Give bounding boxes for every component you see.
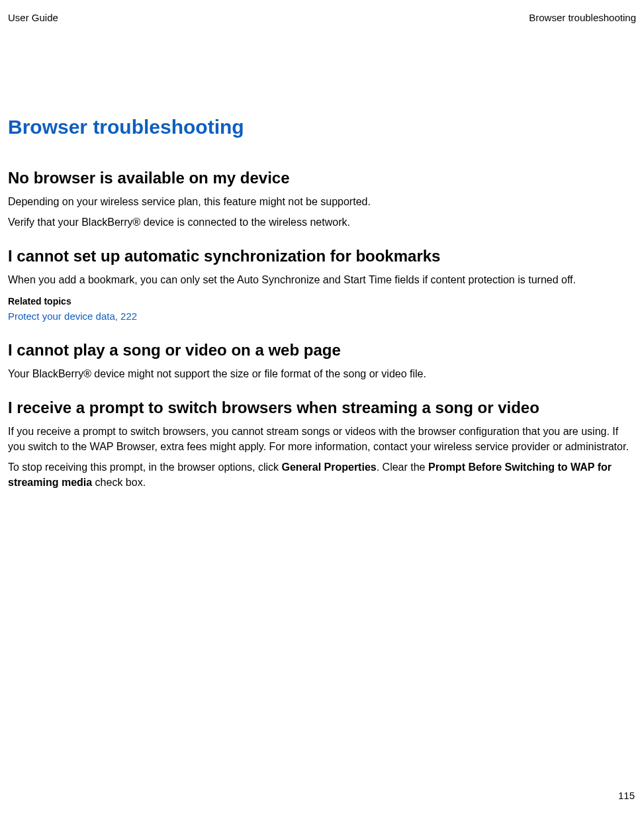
paragraph: If you receive a prompt to switch browse… bbox=[8, 424, 636, 454]
paragraph: Your BlackBerry® device might not suppor… bbox=[8, 366, 636, 381]
section-no-browser: No browser is available on my device Dep… bbox=[8, 169, 636, 230]
paragraph: To stop receiving this prompt, in the br… bbox=[8, 459, 636, 490]
bold-general-properties: General Properties bbox=[282, 461, 377, 473]
heading-cannot-play: I cannot play a song or video on a web p… bbox=[8, 341, 636, 359]
header-left: User Guide bbox=[8, 12, 58, 23]
header-right: Browser troubleshooting bbox=[529, 12, 636, 23]
related-topics-link[interactable]: Protect your device data, 222 bbox=[8, 309, 636, 324]
paragraph: Depending on your wireless service plan,… bbox=[8, 194, 636, 209]
page-title: Browser troubleshooting bbox=[8, 116, 636, 138]
related-topics-label: Related topics bbox=[8, 295, 636, 308]
heading-sync-bookmarks: I cannot set up automatic synchronizatio… bbox=[8, 247, 636, 265]
heading-switch-prompt: I receive a prompt to switch browsers wh… bbox=[8, 399, 636, 417]
text-fragment: To stop receiving this prompt, in the br… bbox=[8, 461, 282, 473]
section-sync-bookmarks: I cannot set up automatic synchronizatio… bbox=[8, 247, 636, 323]
page-number: 115 bbox=[618, 790, 635, 801]
section-switch-prompt: I receive a prompt to switch browsers wh… bbox=[8, 399, 636, 491]
text-fragment: check box. bbox=[92, 477, 146, 488]
heading-no-browser: No browser is available on my device bbox=[8, 169, 636, 187]
page-header: User Guide Browser troubleshooting bbox=[8, 12, 636, 23]
paragraph: Verify that your BlackBerry® device is c… bbox=[8, 215, 636, 230]
section-cannot-play: I cannot play a song or video on a web p… bbox=[8, 341, 636, 381]
paragraph: When you add a bookmark, you can only se… bbox=[8, 272, 636, 287]
text-fragment: . Clear the bbox=[377, 461, 428, 473]
